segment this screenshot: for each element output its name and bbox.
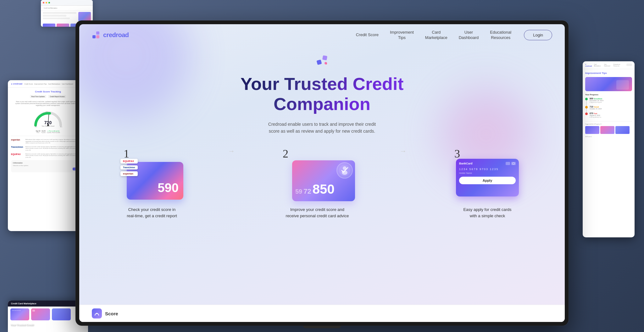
transunion-logo: TransUnion bbox=[120, 165, 138, 169]
gauge-score-number: 720 bbox=[42, 120, 54, 125]
feature-2: 2 59 72 850 bbox=[280, 147, 355, 219]
bottom-score-bar: Score bbox=[79, 305, 565, 322]
feature-2-desc: Improve your credit score andreceive per… bbox=[286, 207, 349, 219]
svg-rect-6 bbox=[96, 31, 99, 35]
feature-3: 3 BankCard bbox=[451, 147, 524, 219]
logo[interactable]: credroad bbox=[92, 31, 129, 40]
experian-row: experian Multinational data analytics an… bbox=[11, 139, 85, 144]
score-improve-visual: 59 72 850 bbox=[280, 159, 355, 203]
score-bottom-icon bbox=[92, 308, 102, 318]
svg-point-11 bbox=[326, 63, 327, 64]
nav-card-marketplace[interactable]: Card Marketplace bbox=[425, 30, 447, 41]
nav-user-dashboard[interactable]: User Dashboard bbox=[459, 30, 479, 41]
feature-1: 1 590 EQUIFAX TransUnion experian Chec bbox=[120, 147, 183, 219]
progress-item-3: 670 Fair August 8, 2024 ● Strong Activit… bbox=[585, 112, 632, 118]
svg-text:700: 700 bbox=[46, 111, 48, 113]
transunion-row: TransUnion American consumer credit repo… bbox=[11, 146, 85, 151]
arrow-1: → bbox=[228, 147, 235, 168]
score-tracking-title: Credit Score Tracking bbox=[11, 90, 85, 93]
nav-credit-score[interactable]: Credit Score bbox=[356, 32, 379, 38]
apply-button[interactable]: Apply bbox=[459, 177, 516, 184]
progress-title: Your Progress: bbox=[585, 94, 632, 96]
hero-icon bbox=[314, 53, 330, 69]
nav-improvement-tips[interactable]: Improvement Tips bbox=[390, 30, 414, 41]
credit-score-visual: 590 EQUIFAX TransUnion experian bbox=[120, 159, 183, 203]
score-bottom-label: Score bbox=[105, 311, 118, 316]
hero-title: Your Trusted Credit Companion bbox=[241, 74, 404, 114]
login-button[interactable]: Login bbox=[524, 30, 552, 40]
laptop-frame: credroad Credit Score Improvement Tips C… bbox=[75, 20, 569, 326]
progress-item-1: 800 Excellent December 18, 2024 ● Signif… bbox=[585, 97, 632, 103]
svg-rect-9 bbox=[322, 55, 327, 60]
nav-educational-resources[interactable]: Educational Resources bbox=[490, 30, 511, 41]
svg-rect-5 bbox=[92, 35, 96, 38]
small-logo: ● credroad bbox=[11, 83, 22, 85]
nav-links: Credit Score Improvement Tips Card Marke… bbox=[356, 30, 512, 41]
improvement-title: Improvement Tips bbox=[585, 72, 632, 75]
svg-text:300: 300 bbox=[35, 126, 37, 128]
features-row: 1 590 EQUIFAX TransUnion experian Chec bbox=[92, 147, 552, 219]
laptop-container: credroad Credit Score Improvement Tips C… bbox=[75, 20, 569, 326]
navbar: credroad Credit Score Improvement Tips C… bbox=[79, 24, 565, 46]
svg-text:850: 850 bbox=[60, 126, 62, 128]
laptop-screen: credroad Credit Score Improvement Tips C… bbox=[79, 24, 565, 322]
experian-logo: experian bbox=[120, 171, 138, 176]
equifax-logo: EQUIFAX bbox=[120, 159, 138, 163]
feature-1-desc: Check your credit score inreal-time, get… bbox=[127, 207, 177, 219]
svg-point-16 bbox=[96, 313, 97, 314]
pill-report: Credit Report Access bbox=[48, 95, 66, 98]
hero-subtitle: Credroad enable users to track and impro… bbox=[262, 121, 382, 135]
screenshot-right: ● credroad Card Marketplace User Dashboa… bbox=[583, 61, 635, 237]
apply-card-visual: BankCard 1234 5678 9703 1235 bbox=[451, 159, 524, 203]
hero-section: Your Trusted Credit Companion Credroad e… bbox=[79, 46, 565, 225]
logo-text: credroad bbox=[103, 31, 129, 39]
progress-item-2: 710 Good October 24, 2024 bbox=[585, 106, 632, 110]
svg-rect-7 bbox=[96, 35, 99, 38]
arrow-2: → bbox=[400, 147, 407, 168]
feature-3-desc: Easy apply for credit cardswith a simple… bbox=[463, 207, 511, 219]
laptop-bottom-bar bbox=[303, 326, 341, 328]
svg-rect-8 bbox=[316, 59, 322, 65]
logo-icon bbox=[92, 31, 101, 40]
pill-realtime: Real-Time Updates bbox=[30, 95, 47, 98]
right-hero-image bbox=[585, 77, 632, 91]
equifax-row: EQUIFAX American consumer credit reporti… bbox=[11, 153, 85, 158]
